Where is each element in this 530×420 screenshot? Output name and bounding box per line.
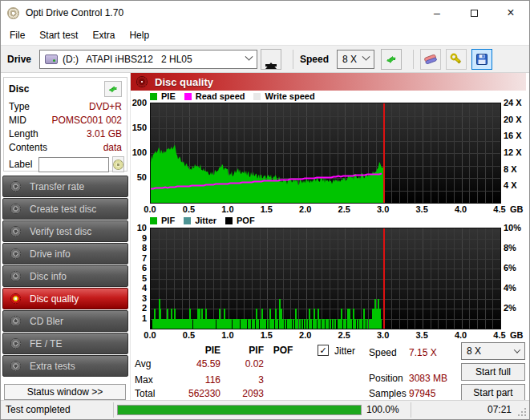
tick-label: 20 X [504, 115, 522, 124]
speed-select-value: 8 X [342, 54, 357, 65]
status-window-button[interactable]: Status window >> [4, 384, 126, 400]
tick-label: 3 [131, 293, 147, 303]
legend-swatch-write-speed [253, 93, 261, 100]
disc-quality-icon [136, 76, 148, 87]
menu-file[interactable]: File [2, 25, 32, 45]
tick-label: 8 X [504, 164, 517, 174]
tick-label: 3.0 [370, 330, 397, 340]
disc-label-button[interactable] [112, 156, 124, 172]
tick-label: 50 [131, 172, 147, 182]
tick-label: 0.5 [175, 330, 202, 340]
disc-icon [10, 361, 21, 371]
tick-label: 150 [131, 123, 147, 132]
disc-icon [10, 338, 21, 349]
progress-percent: 100.0% [366, 404, 399, 415]
drive-select[interactable]: (D:) ATAPI iHBS212 2 HL05 [39, 50, 257, 69]
start-part-button[interactable]: Start part [461, 384, 525, 402]
sidebar-item-label: Extra tests [30, 361, 75, 372]
tick-label: 0.0 [136, 204, 164, 214]
sidebar-item-fe-te[interactable]: FE / TE [2, 333, 128, 354]
sidebar-item-disc-quality[interactable]: Disc quality [2, 288, 128, 309]
tick-label: 3.0 [370, 204, 397, 214]
save-button[interactable] [471, 49, 492, 70]
tick-label: 24 X [504, 98, 522, 107]
tick-label: 4.5 [486, 204, 513, 214]
pie-chart-legend: PIE Read speed Write speed [150, 91, 320, 101]
toolbar-separator [293, 50, 293, 69]
erase-disc-button[interactable] [420, 49, 441, 70]
pie-speed-chart-plot [150, 103, 501, 204]
tick-label: 10 [131, 223, 147, 232]
status-bar: Test completed 100.0% 07:21 [1, 400, 529, 419]
tick-label: GB [510, 330, 524, 340]
column-header-pie: PIE [188, 345, 220, 357]
speed-select[interactable]: 8 X [337, 50, 374, 69]
menu-help[interactable]: Help [122, 25, 156, 45]
sidebar-item-cd-bler[interactable]: CD Bler [2, 310, 128, 332]
minimize-button[interactable]: – [419, 1, 455, 25]
sidebar-item-label: Disc info [30, 271, 67, 282]
tick-label: 4.0 [447, 204, 475, 214]
sidebar-item-create-test-disc[interactable]: Create test disc [2, 198, 128, 220]
sidebar: Disc TypeDVD+R MIDPOMSC001 002 Length3.0… [1, 73, 130, 402]
max-pie-value: 116 [168, 374, 220, 386]
pif-chart-legend: PIF Jitter POF [150, 216, 260, 225]
refresh-speeds-button[interactable] [381, 49, 402, 70]
sidebar-item-label: Disc quality [30, 293, 79, 305]
sidebar-item-extra-tests[interactable]: Extra tests [2, 355, 128, 377]
toolbar-separator [413, 50, 414, 69]
label-input[interactable] [38, 157, 109, 172]
disc-icon [10, 271, 21, 281]
tick-label: 2.0 [292, 330, 319, 340]
tick-label: 9 [131, 233, 147, 243]
legend-swatch-pof [225, 217, 233, 224]
minimize-icon: – [434, 6, 440, 19]
tick-label: 1.5 [253, 330, 280, 340]
refresh-arrows-icon [385, 53, 398, 66]
legend-swatch-read-speed [184, 93, 192, 100]
tick-label: 0.0 [136, 330, 164, 340]
jitter-checkbox-label: Jitter [334, 345, 355, 357]
menu-bar: File Start test Extra Help [1, 25, 529, 45]
tools-button[interactable] [446, 49, 467, 70]
row-label-max: Max [135, 374, 153, 386]
maximize-icon [471, 10, 478, 17]
sidebar-item-transfer-rate[interactable]: Transfer rate [2, 176, 128, 197]
pif-jitter-chart-plot [150, 228, 501, 329]
disc-field-value: 3.01 GB [87, 127, 122, 141]
drive-icon [45, 55, 58, 64]
disc-panel-title: Disc [9, 83, 29, 95]
samples-info-label: Samples [369, 388, 407, 400]
save-floppy-icon [475, 53, 488, 66]
tick-label: 2 [131, 303, 147, 313]
chevron-down-icon [362, 53, 370, 61]
max-pif-value: 3 [221, 374, 264, 386]
legend-swatch-pif [150, 217, 157, 224]
test-speed-select[interactable]: 8 X [461, 342, 525, 360]
tick-label: 1.5 [253, 204, 280, 214]
title-bar: Opti Drive Control 1.70 – × [1, 1, 529, 25]
tick-label: 4 X [504, 180, 517, 190]
column-header-pif: PIF [221, 345, 264, 357]
resize-grip-icon[interactable] [524, 414, 526, 416]
page-title: Disc quality [155, 76, 213, 88]
sidebar-item-label: Drive info [30, 248, 71, 260]
maximize-button[interactable] [455, 1, 492, 25]
row-label-avg: Avg [135, 358, 151, 370]
sidebar-item-disc-info[interactable]: Disc info [2, 265, 128, 287]
tick-label: 1.0 [214, 330, 241, 340]
sidebar-item-verify-test-disc[interactable]: Verify test disc [2, 220, 128, 242]
start-full-button[interactable]: Start full [461, 363, 525, 381]
close-icon: × [507, 6, 514, 20]
wrench-icon [450, 53, 463, 66]
speed-info-value: 7.15 X [409, 347, 437, 359]
menu-start-test[interactable]: Start test [32, 25, 85, 45]
eject-button[interactable] [261, 49, 281, 70]
jitter-checkbox[interactable]: ✓ [318, 345, 329, 356]
refresh-disc-button[interactable] [104, 81, 122, 97]
close-button[interactable]: × [492, 1, 529, 25]
sidebar-item-drive-info[interactable]: Drive info [2, 243, 128, 265]
disc-icon [113, 160, 123, 170]
tick-label: 5 [131, 273, 147, 283]
menu-extra[interactable]: Extra [85, 25, 122, 45]
